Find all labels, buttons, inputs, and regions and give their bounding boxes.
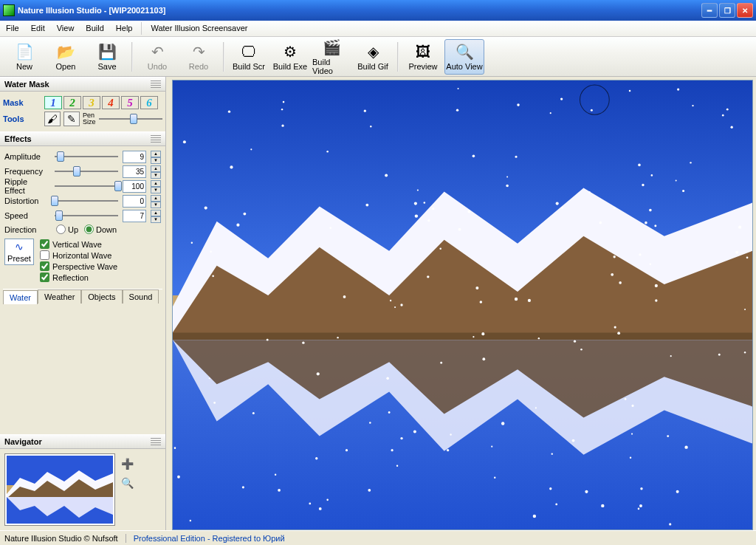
- svg-point-93: [394, 306, 396, 308]
- preset-button[interactable]: ∿ Preset: [4, 239, 34, 265]
- svg-point-29: [555, 503, 557, 505]
- direction-up-radio[interactable]: Up: [56, 224, 78, 234]
- svg-point-122: [386, 377, 389, 380]
- distortion-spin-down[interactable]: ▼: [151, 202, 161, 208]
- svg-point-25: [242, 486, 244, 488]
- frequency-spin-up[interactable]: ▲: [151, 165, 161, 172]
- svg-point-124: [236, 224, 239, 227]
- mask-5-button[interactable]: 5: [121, 96, 139, 109]
- svg-point-49: [640, 487, 642, 490]
- svg-point-111: [283, 101, 285, 103]
- buildscr-icon: 🖵: [238, 43, 259, 61]
- menubar: File Edit View Build Help Water Illusion…: [0, 21, 756, 37]
- distortion-spin-up[interactable]: ▲: [151, 195, 161, 202]
- buildvideo-button[interactable]: 🎬Build Video: [312, 39, 351, 75]
- svg-point-47: [250, 148, 252, 150]
- mask-1-button[interactable]: 1: [44, 96, 62, 109]
- ripple-spin-up[interactable]: ▲: [151, 180, 161, 187]
- speed-spin-up[interactable]: ▲: [151, 210, 161, 216]
- svg-point-27: [369, 422, 371, 424]
- mask-4-button[interactable]: 4: [102, 96, 120, 109]
- mask-6-button[interactable]: 6: [140, 96, 158, 109]
- svg-point-144: [639, 253, 641, 256]
- svg-point-107: [730, 126, 732, 128]
- svg-point-141: [482, 357, 485, 360]
- frequency-spin-down[interactable]: ▼: [151, 172, 161, 179]
- menu-screensaver[interactable]: Water Illusion Screensaver: [145, 21, 253, 36]
- menu-build[interactable]: Build: [80, 21, 109, 36]
- tab-objects[interactable]: Objects: [81, 289, 122, 304]
- ripple-input[interactable]: [123, 180, 146, 193]
- svg-point-105: [561, 207, 563, 209]
- speed-spin-down[interactable]: ▼: [151, 216, 161, 223]
- save-button[interactable]: 💾Save: [87, 39, 127, 75]
- menu-help[interactable]: Help: [110, 21, 139, 36]
- svg-point-45: [692, 105, 693, 106]
- perspective-checkbox[interactable]: Perspective Wave: [38, 261, 119, 272]
- svg-point-121: [676, 490, 679, 493]
- svg-point-15: [684, 445, 687, 448]
- svg-point-71: [326, 499, 329, 501]
- speed-slider[interactable]: [55, 210, 118, 222]
- frequency-input[interactable]: [123, 165, 146, 178]
- vertical-checkbox[interactable]: Vertical Wave: [38, 239, 119, 250]
- svg-point-36: [440, 362, 442, 364]
- eraser-tool-button[interactable]: ✎: [63, 112, 80, 126]
- distortion-input[interactable]: [123, 195, 146, 208]
- ripple-spin-down[interactable]: ▼: [151, 187, 161, 193]
- amplitude-spin-down[interactable]: ▼: [151, 157, 161, 164]
- amplitude-input[interactable]: [123, 151, 146, 163]
- amplitude-slider[interactable]: [55, 151, 118, 162]
- ripple-slider[interactable]: [55, 180, 118, 192]
- menu-view[interactable]: View: [51, 21, 80, 36]
- amplitude-spin-up[interactable]: ▲: [151, 151, 161, 157]
- svg-point-117: [535, 407, 537, 408]
- close-button[interactable]: ✕: [737, 3, 753, 18]
- svg-point-76: [599, 222, 602, 224]
- svg-point-85: [368, 489, 371, 492]
- tab-water[interactable]: Water: [3, 290, 38, 304]
- minimize-button[interactable]: ━: [701, 3, 718, 18]
- buildgif-button[interactable]: ◈Build Gif: [353, 39, 393, 75]
- nav-add-icon[interactable]: ➕: [121, 458, 133, 470]
- svg-point-137: [319, 507, 322, 510]
- svg-point-103: [450, 433, 451, 435]
- autoview-button[interactable]: 🔍Auto View: [444, 39, 484, 75]
- tab-sound[interactable]: Sound: [123, 289, 159, 304]
- new-button[interactable]: 📄New: [4, 39, 44, 75]
- titlebar: Nature Illusion Studio - [WIP20021103] ━…: [0, 0, 756, 21]
- pen-size-slider[interactable]: [99, 113, 162, 125]
- distortion-slider[interactable]: [55, 195, 118, 207]
- direction-down-radio[interactable]: Down: [84, 224, 117, 234]
- frequency-slider[interactable]: [55, 165, 118, 177]
- brush-tool-button[interactable]: 🖌: [44, 112, 61, 126]
- panel-watermask-title: Water Mask: [0, 77, 165, 92]
- svg-point-28: [190, 520, 191, 521]
- buildscr-button[interactable]: 🖵Build Scr: [229, 39, 269, 75]
- reflection-checkbox[interactable]: Reflection: [38, 272, 119, 283]
- svg-point-20: [690, 162, 691, 163]
- buildexe-button[interactable]: ⚙Build Exe: [270, 39, 310, 75]
- svg-point-52: [491, 446, 492, 448]
- navigator-thumbnail[interactable]: [4, 453, 115, 526]
- mask-2-button[interactable]: 2: [63, 96, 81, 109]
- mask-3-button[interactable]: 3: [83, 96, 100, 109]
- menu-file[interactable]: File: [0, 21, 25, 36]
- canvas[interactable]: [172, 80, 753, 530]
- preview-button[interactable]: 🖼Preview: [403, 39, 443, 75]
- svg-point-143: [556, 202, 559, 205]
- horizontal-checkbox[interactable]: Horizontal Wave: [38, 250, 119, 261]
- svg-point-127: [655, 284, 658, 287]
- nav-zoom-icon[interactable]: 🔍: [121, 477, 133, 489]
- speed-input[interactable]: [123, 210, 146, 222]
- svg-point-89: [746, 256, 749, 258]
- tab-weather[interactable]: Weather: [38, 289, 81, 304]
- svg-point-120: [209, 377, 210, 379]
- svg-point-86: [417, 189, 419, 191]
- svg-point-58: [591, 109, 593, 112]
- save-icon: 💾: [97, 43, 117, 61]
- menu-edit[interactable]: Edit: [25, 21, 51, 36]
- maximize-button[interactable]: ❐: [719, 3, 735, 18]
- svg-point-26: [275, 474, 276, 476]
- open-button[interactable]: 📂Open: [46, 39, 86, 75]
